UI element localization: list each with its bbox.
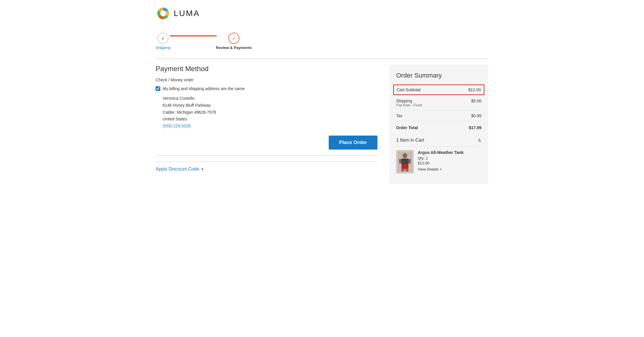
apply-discount-row[interactable]: Apply Discount Code ▾ — [156, 162, 377, 176]
header: LUMA — [156, 6, 488, 27]
step-review: ✓ Review & Payments — [216, 33, 252, 50]
cart-item-qty: Qty: 1 — [418, 156, 481, 160]
payment-method-label: Check / Money order — [156, 78, 377, 82]
logo-text: LUMA — [174, 9, 200, 18]
address-phone[interactable]: (555) 229-3326 — [163, 123, 377, 130]
cart-item: Argus All-Weather Tank Qty: 1 $12.00 Vie… — [396, 146, 481, 177]
order-total-label: Order Total — [396, 125, 418, 130]
address-street: 6146 Honey Bluff Parkway — [163, 102, 377, 109]
address-city-state: Calder, Michigan 49628-7978 — [163, 109, 377, 116]
shipping-label: Shipping — [396, 99, 422, 103]
cart-item-name: Argus All-Weather Tank — [418, 150, 481, 155]
svg-rect-7 — [408, 159, 411, 164]
apply-discount-link[interactable]: Apply Discount Code — [156, 166, 199, 172]
luma-logo-icon — [156, 6, 171, 21]
items-in-cart-row[interactable]: 1 Item in Cart ∧ — [396, 133, 481, 146]
order-total-value: $17.99 — [469, 125, 481, 130]
place-order-row: Place Order — [156, 136, 377, 150]
order-summary-title: Order Summary — [396, 72, 481, 79]
cart-item-details: Argus All-Weather Tank Qty: 1 $12.00 Vie… — [418, 150, 481, 173]
address-name: Veronica Costello — [163, 95, 377, 102]
progress-line — [170, 35, 217, 36]
shipping-value: $5.00 — [471, 99, 481, 103]
cart-item-price: $12.00 — [418, 161, 481, 165]
cart-item-image-svg — [398, 152, 412, 172]
svg-rect-9 — [405, 169, 408, 171]
content-divider — [156, 155, 377, 156]
step-shipping[interactable]: ✓ Shipping — [156, 33, 170, 50]
progress-bar: ✓ Shipping ✓ Review & Payments — [156, 27, 488, 53]
step-shipping-circle: ✓ — [157, 33, 168, 44]
svg-rect-6 — [399, 159, 401, 164]
place-order-button[interactable]: Place Order — [329, 136, 377, 150]
step-review-circle: ✓ — [228, 33, 239, 44]
payment-section-title: Payment Method — [156, 65, 377, 73]
svg-rect-4 — [401, 159, 408, 165]
order-total-row: Order Total $17.99 — [396, 122, 481, 133]
cart-subtotal-value: $12.00 — [468, 87, 481, 92]
main-content: Payment Method Check / Money order My bi… — [156, 65, 377, 176]
cart-subtotal-row: Cart Subtotal $12.00 — [393, 85, 484, 95]
svg-rect-8 — [401, 169, 404, 171]
cart-subtotal-label: Cart Subtotal — [397, 87, 421, 92]
billing-same-label: My billing and shipping address are the … — [163, 86, 245, 91]
tax-row: Tax $0.99 — [396, 110, 481, 121]
step-review-label: Review & Payments — [216, 45, 252, 50]
billing-same-checkbox[interactable] — [156, 86, 160, 91]
shipping-sub-label: Flat Rate - Fixed — [396, 103, 422, 107]
discount-chevron-icon: ▾ — [201, 167, 203, 171]
shipping-row: Shipping Flat Rate - Fixed $5.00 — [396, 96, 481, 110]
tax-label: Tax — [396, 113, 403, 118]
items-in-cart-label: 1 Item in Cart — [396, 138, 424, 143]
svg-rect-5 — [401, 164, 408, 169]
main-layout: Payment Method Check / Money order My bi… — [156, 65, 488, 184]
address-block: Veronica Costello 6146 Honey Bluff Parkw… — [163, 95, 377, 130]
step-shipping-label[interactable]: Shipping — [156, 45, 170, 50]
svg-point-1 — [160, 10, 166, 16]
svg-point-3 — [403, 153, 407, 158]
view-details-text: View Details — [418, 167, 438, 171]
cart-item-image — [396, 150, 414, 173]
items-cart-chevron-icon[interactable]: ∧ — [478, 137, 481, 143]
billing-same-row: My billing and shipping address are the … — [156, 86, 377, 91]
view-details-chevron-icon: ∨ — [440, 167, 442, 171]
order-summary-sidebar: Order Summary Cart Subtotal $12.00 Shipp… — [389, 65, 488, 184]
header-divider — [156, 59, 488, 59]
view-details-link[interactable]: View Details ∨ — [418, 167, 481, 171]
address-country: United States — [163, 116, 377, 123]
tax-value: $0.99 — [471, 113, 481, 118]
